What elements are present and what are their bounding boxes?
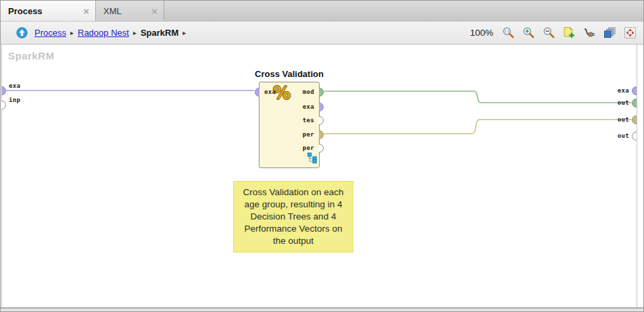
- navigate-up-button[interactable]: [16, 26, 28, 39]
- fit-to-view-button[interactable]: [624, 26, 637, 39]
- breadcrumb-item-radoop-nest[interactable]: Radoop Nest: [78, 28, 129, 38]
- breadcrumb-item-process[interactable]: Process: [34, 28, 66, 38]
- breadcrumb: Process▸Radoop Nest▸SparkRM▸: [34, 28, 190, 38]
- breadcrumb-separator-icon: ▸: [133, 29, 137, 36]
- zoom-out-button[interactable]: [543, 26, 555, 39]
- auto-wire-icon: [583, 26, 596, 39]
- tab-label: Process: [8, 6, 43, 16]
- sink-port-label: out: [618, 116, 629, 123]
- source-port-inp[interactable]: [1, 101, 6, 109]
- op-output-port-label: mod: [303, 88, 314, 95]
- canvas-right-edge: [637, 45, 637, 307]
- sink-port-out[interactable]: [632, 132, 637, 140]
- zoom-level-label: 100%: [470, 28, 493, 38]
- subprocess-name-watermark: SparkRM: [8, 50, 55, 61]
- zoom-in-icon: [522, 26, 535, 39]
- bottom-strip: [1, 308, 643, 312]
- wire-per-to-out[interactable]: [324, 120, 631, 134]
- wire-mod-to-out[interactable]: [324, 91, 631, 103]
- op-output-port-label: tes: [303, 117, 314, 124]
- sticky-note[interactable]: Cross Validation on each age group, resu…: [233, 181, 353, 253]
- sink-port-out[interactable]: [632, 99, 637, 107]
- process-canvas[interactable]: SparkRM Cross Validation % examodexatesp…: [1, 45, 643, 308]
- zoom-out-icon: [543, 26, 555, 39]
- tab-process[interactable]: Process ×: [1, 1, 96, 21]
- op-input-port-label: exa: [264, 88, 276, 95]
- breadcrumb-item-sparkrm: SparkRM: [141, 28, 178, 38]
- op-output-port-label: exa: [303, 103, 314, 110]
- connection-wires: [1, 45, 643, 308]
- operator-output-port-per-3[interactable]: [319, 130, 324, 139]
- breadcrumb-toolbar: Process▸Radoop Nest▸SparkRM▸ 100% 1:1: [1, 21, 643, 45]
- navigate-up-icon: [16, 27, 28, 38]
- sink-port-exa[interactable]: [632, 86, 637, 95]
- operator-cross-validation[interactable]: % examodexatesperper: [259, 82, 320, 168]
- source-port-label: inp: [9, 97, 20, 103]
- breadcrumb-separator-icon: ▸: [70, 29, 74, 36]
- operator-input-port-exa[interactable]: [255, 88, 259, 97]
- process-editor-window: Process × XML × Process▸Radoop Nest▸Spar…: [0, 0, 644, 312]
- op-output-port-label: per: [303, 131, 314, 138]
- canvas-left-edge: [1, 45, 2, 307]
- zoom-in-button[interactable]: [522, 26, 535, 39]
- auto-wire-button[interactable]: [583, 26, 596, 39]
- canvas-toolbar: 100% 1:1: [470, 26, 637, 39]
- add-note-button[interactable]: [563, 26, 576, 39]
- breadcrumb-separator-icon: ▸: [182, 29, 186, 36]
- operator-title: Cross Validation: [235, 69, 343, 79]
- operator-output-port-mod-0[interactable]: [319, 88, 324, 97]
- sink-port-out[interactable]: [632, 115, 637, 124]
- tab-bar: Process × XML ×: [1, 1, 643, 21]
- operator-output-port-per-4[interactable]: [319, 144, 324, 153]
- show-order-button[interactable]: [603, 26, 616, 39]
- source-port-exa[interactable]: [1, 86, 6, 95]
- sink-port-label: out: [618, 99, 629, 106]
- operator-output-port-exa-1[interactable]: [319, 103, 324, 111]
- fit-to-view-icon: [624, 26, 637, 39]
- source-port-label: exa: [9, 82, 20, 89]
- zoom-actual-size-icon: 1:1: [502, 26, 515, 39]
- subprocess-icon[interactable]: [307, 153, 317, 166]
- op-output-port-label: per: [303, 145, 314, 151]
- tab-label: XML: [103, 6, 122, 16]
- tab-xml[interactable]: XML ×: [96, 1, 164, 21]
- svg-text:1:1: 1:1: [504, 30, 509, 33]
- show-order-icon: [603, 26, 616, 39]
- close-icon[interactable]: ×: [151, 6, 157, 16]
- sink-port-label: exa: [618, 87, 629, 94]
- add-note-icon: [563, 26, 576, 39]
- sink-port-label: out: [618, 132, 629, 139]
- operator-output-port-tes-2[interactable]: [319, 116, 324, 125]
- close-icon[interactable]: ×: [83, 6, 89, 16]
- zoom-actual-size-button[interactable]: 1:1: [502, 26, 515, 39]
